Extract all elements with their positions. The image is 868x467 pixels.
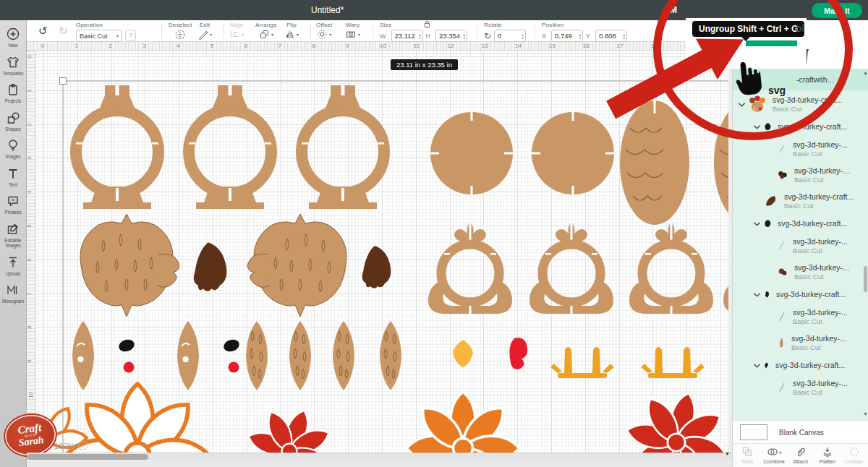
rotate-stepper[interactable]: ▴▾ xyxy=(522,33,524,39)
sidebar-item-editable-images[interactable]: Editable Images xyxy=(0,215,26,249)
make-it-button[interactable]: Make It xyxy=(812,3,862,18)
canvas-shape-feet-1[interactable] xyxy=(550,347,614,378)
canvas-shape-pouch-2[interactable] xyxy=(529,221,613,315)
chevron-down-icon[interactable] xyxy=(738,98,746,111)
undo-button[interactable]: ↺ xyxy=(38,25,48,38)
redo-button[interactable]: ↻ xyxy=(59,25,68,38)
layer-row[interactable]: svg-3d-turkey-craft... Basic Cut xyxy=(733,90,868,117)
canvas-shape-wing-2[interactable] xyxy=(362,246,391,288)
combine-button[interactable]: ▾ Combine xyxy=(761,446,787,465)
zoom-in-button[interactable]: + xyxy=(78,441,88,450)
offset-icon[interactable]: ▾ xyxy=(317,29,331,40)
operation-select[interactable]: Basic Cut▾ xyxy=(76,30,122,42)
canvas-shape-feather-body-2[interactable] xyxy=(714,100,728,225)
canvas-shape-disc-2[interactable] xyxy=(532,112,614,194)
ungroup-button[interactable] xyxy=(737,44,759,69)
canvas-shape-pouch-4[interactable] xyxy=(723,221,728,315)
width-input[interactable] xyxy=(395,32,417,40)
layer-row[interactable]: svg-3d-turkey-... Basic Cut xyxy=(733,136,868,162)
layer-row[interactable]: svg-3d-turkey-craft... Basic Cut xyxy=(733,188,868,214)
scroll-down-arrow[interactable]: ▼ xyxy=(863,411,868,416)
canvas-shape-flower-orange-2[interactable] xyxy=(407,392,519,460)
canvas-shape-lantern-3[interactable] xyxy=(302,85,384,209)
rotate-input[interactable] xyxy=(498,32,520,40)
selection-handle[interactable] xyxy=(60,78,67,85)
sidebar-item-shapes[interactable]: Shapes xyxy=(0,104,26,132)
chevron-down-icon[interactable] xyxy=(753,359,761,372)
canvas-shape-flower-red-right[interactable] xyxy=(615,381,728,460)
flip-icon[interactable]: ▾ xyxy=(284,29,299,40)
chevron-down-icon[interactable] xyxy=(753,288,761,301)
layer-row[interactable]: svg-3d-turkey-... Basic Cut xyxy=(733,233,868,259)
layer-row[interactable]: svg-3d-turkey-... Basic Cut xyxy=(733,259,868,285)
canvas-shape-feather-4[interactable] xyxy=(380,321,401,390)
layer-row-selected[interactable]: -craftwith... xyxy=(733,69,868,90)
blank-canvas-swatch[interactable] xyxy=(740,424,767,440)
canvas-shape-wattle-dot-2[interactable] xyxy=(229,362,239,373)
canvas-shape-pouch-1[interactable] xyxy=(428,221,512,315)
layer-row[interactable]: svg-3d-turkey-craft... xyxy=(733,214,868,233)
x-position-input[interactable] xyxy=(555,32,577,40)
canvas-shape-pouch-3[interactable] xyxy=(629,221,713,315)
chevron-down-icon[interactable] xyxy=(753,120,761,133)
chevron-down-icon[interactable] xyxy=(753,217,761,230)
canvas-shape-lantern-1[interactable] xyxy=(76,85,158,209)
layer-row[interactable]: svg-3d-turkey-... Basic Cut xyxy=(733,330,868,356)
deselect-icon[interactable] xyxy=(174,29,186,40)
sidebar-item-phrases[interactable]: Phrases xyxy=(0,187,26,215)
scroll-up-arrow[interactable]: ▲ xyxy=(863,70,868,75)
canvas-shape-feather-1[interactable] xyxy=(246,321,268,390)
canvas-shape-head-2[interactable] xyxy=(177,321,199,390)
canvas-shape-eye-1[interactable] xyxy=(117,338,136,354)
canvas-shape-wing-1[interactable] xyxy=(194,242,227,291)
canvas-shape-lantern-2[interactable] xyxy=(189,85,271,209)
warp-icon[interactable]: ▾ xyxy=(345,29,360,40)
flatten-button[interactable]: Flatten xyxy=(814,446,841,465)
canvas-shape-beak[interactable] xyxy=(453,340,473,367)
horizontal-scrollbar[interactable] xyxy=(27,453,732,460)
y-position-input[interactable] xyxy=(599,32,621,40)
sidebar-item-upload[interactable]: Upload xyxy=(0,249,26,277)
edit-pencil-icon[interactable]: ▾ xyxy=(197,29,212,40)
layer-row[interactable]: svg-3d-turkey-craft... xyxy=(733,356,868,374)
vertical-scrollbar-down-arrow[interactable]: ▼ xyxy=(725,451,730,456)
canvas-shape-disc-1[interactable] xyxy=(430,112,513,194)
layer-row[interactable]: svg-3d-turkey-... Basic Cut xyxy=(733,162,868,188)
trash-button[interactable] xyxy=(792,44,812,69)
canvas-shape-feather-body-1[interactable] xyxy=(620,100,689,225)
blank-canvas-row[interactable]: Blank Canvas xyxy=(733,421,868,443)
canvas-shape-wattle-dot-1[interactable] xyxy=(124,362,135,373)
layers-panel-scrollbar[interactable]: ▲ ▼ xyxy=(863,69,868,421)
layer-row[interactable]: svg-3d-turkey-craft... xyxy=(733,285,868,304)
lock-icon[interactable] xyxy=(423,20,431,28)
canvas-shape-flower-red[interactable] xyxy=(234,395,344,460)
sidebar-item-monogram[interactable]: Monogram xyxy=(0,276,26,304)
duplicate-button[interactable] xyxy=(765,44,786,69)
layer-row[interactable]: svg-3d-turkey-... Basic Cut xyxy=(733,374,868,400)
sidebar-item-projects[interactable]: Projects xyxy=(0,76,26,104)
arrange-icon[interactable]: ▾ xyxy=(259,29,273,40)
layer-row[interactable]: svg-3d-turkey-craft... xyxy=(733,117,868,136)
design-canvas[interactable]: 012345678910111213141516171819 012345678… xyxy=(27,42,732,460)
horizontal-scrollbar-thumb[interactable] xyxy=(27,454,148,460)
width-stepper[interactable]: ▴▾ xyxy=(419,33,421,39)
height-stepper[interactable]: ▴▾ xyxy=(463,33,465,39)
operation-help-button[interactable]: ? xyxy=(125,30,136,40)
x-stepper[interactable]: ▴▾ xyxy=(579,33,582,39)
attach-button[interactable]: Attach xyxy=(788,446,814,465)
canvas-shape-fan-body-1[interactable] xyxy=(80,214,179,317)
height-input[interactable] xyxy=(439,32,461,40)
sidebar-item-templates[interactable]: Templates xyxy=(0,48,26,77)
rotate-icon[interactable]: ↻ xyxy=(484,31,491,41)
sidebar-item-images[interactable]: Images xyxy=(0,132,26,160)
canvas-shape-feather-2[interactable] xyxy=(289,321,311,390)
canvas-shape-head-1[interactable] xyxy=(72,321,94,390)
canvas-shape-feather-3[interactable] xyxy=(333,321,354,390)
y-stepper[interactable]: ▴▾ xyxy=(624,33,626,39)
canvas-shape-feet-2[interactable] xyxy=(641,347,705,378)
canvas-shape-wattle[interactable] xyxy=(509,338,527,369)
canvas-shape-eye-2[interactable] xyxy=(222,338,241,354)
canvas-shape-fan-body-2[interactable] xyxy=(247,214,346,317)
layer-row[interactable]: svg-3d-turkey-... Basic Cut xyxy=(733,304,868,330)
layers-scrollbar-thumb[interactable] xyxy=(864,266,867,292)
